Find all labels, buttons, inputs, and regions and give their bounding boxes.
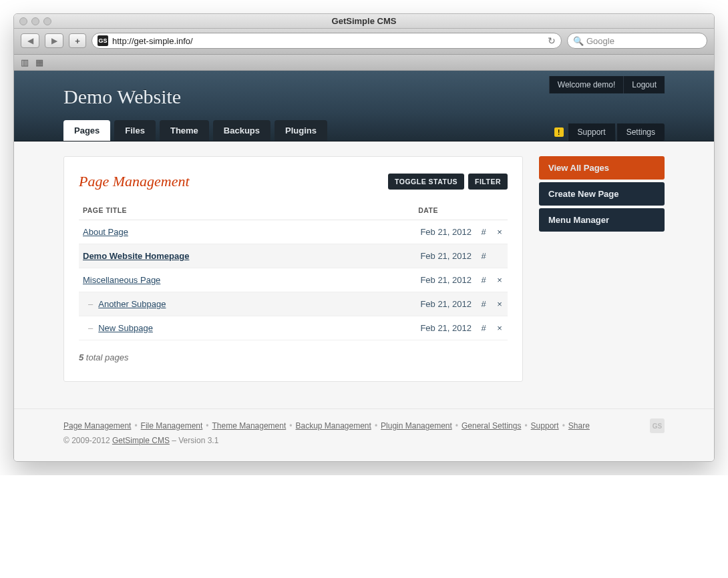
top-sites-icon[interactable]: ▦ [35,57,43,67]
footer-sep: • [134,421,137,430]
forward-button[interactable]: ▶ [45,33,63,48]
sidebar: View All Pages Create New Page Menu Mana… [539,156,665,234]
welcome-user[interactable]: Welcome demo! [549,76,623,93]
page-date: Feb 21, 2012 [337,244,476,268]
page-link[interactable]: New Subpage [98,323,153,333]
page-viewport: Welcome demo! Logout Demo Website Pages … [14,71,714,461]
search-placeholder: Google [586,36,614,46]
alert-icon[interactable]: ! [554,127,564,137]
support-link[interactable]: Support [568,123,615,141]
settings-link[interactable]: Settings [616,123,665,141]
panel-title: Page Management [79,173,190,190]
tab-files[interactable]: Files [114,120,156,141]
total-label: total pages [83,352,128,362]
tab-plugins[interactable]: Plugins [275,120,327,141]
footer-link[interactable]: Support [531,421,559,430]
reading-list-icon[interactable]: ▥ [21,57,29,67]
browser-search[interactable]: 🔍 Google [567,33,707,49]
footer-sep: • [375,421,377,430]
hash-icon[interactable]: # [476,244,492,268]
footer-product-link[interactable]: GetSimple CMS [112,436,170,445]
main-tabs: Pages Files Theme Backups Plugins ! Supp… [63,120,665,141]
indent-dash-icon: – [88,299,93,309]
delete-icon[interactable]: × [492,268,508,292]
footer-sep: • [289,421,292,430]
tab-backups[interactable]: Backups [213,120,270,141]
hash-icon[interactable]: # [476,268,492,292]
sidebar-menu-manager[interactable]: Menu Manager [539,208,665,232]
page-link[interactable]: Demo Website Homepage [83,251,189,261]
hash-icon[interactable]: # [476,220,492,244]
table-row: Miscellaneous PageFeb 21, 2012#× [79,268,508,292]
table-row: –New SubpageFeb 21, 2012#× [79,316,508,340]
delete-icon[interactable]: × [492,292,508,316]
page-date: Feb 21, 2012 [337,292,476,316]
indent-dash-icon: – [88,323,93,333]
browser-window: GetSimple CMS ◀ ▶ + GS http://get-simple… [13,13,715,462]
table-row: Demo Website HomepageFeb 21, 2012# [79,244,508,268]
footer-sep: • [562,421,565,430]
add-bookmark-button[interactable]: + [69,33,86,48]
browser-toolbar: ◀ ▶ + GS http://get-simple.info/ ↻ 🔍 Goo… [14,29,714,55]
page-link[interactable]: About Page [83,227,128,237]
delete-icon[interactable]: × [492,220,508,244]
window-titlebar: GetSimple CMS [14,14,714,29]
header-right-pills: ! Support Settings [554,123,665,141]
page-management-panel: Page Management TOGGLE STATUS FILTER PAG… [63,156,523,382]
gs-badge-icon: GS [650,418,665,433]
table-row: –Another SubpageFeb 21, 2012#× [79,292,508,316]
footer-sep: • [456,421,458,430]
filter-button[interactable]: FILTER [468,174,508,190]
window-title: GetSimple CMS [14,16,714,26]
sidebar-create-new-page[interactable]: Create New Page [539,182,665,206]
address-bar[interactable]: GS http://get-simple.info/ ↻ [92,33,562,49]
footer-link[interactable]: Theme Management [212,421,287,430]
reload-icon[interactable]: ↻ [548,35,556,46]
page-date: Feb 21, 2012 [337,316,476,340]
user-topbar: Welcome demo! Logout [549,76,665,93]
delete-icon[interactable]: × [492,316,508,340]
footer-link[interactable]: File Management [141,421,203,430]
search-icon: 🔍 [573,36,584,46]
col-date: DATE [337,200,476,220]
col-page-title: PAGE TITLE [79,200,337,220]
footer-link[interactable]: Plugin Management [381,421,452,430]
hash-icon[interactable]: # [476,292,492,316]
url-text: http://get-simple.info/ [112,36,193,46]
delete-icon [492,244,508,268]
footer-link[interactable]: General Settings [462,421,521,430]
page-link[interactable]: Miscellaneous Page [83,275,160,285]
total-pages: 5 total pages [79,340,508,362]
page-link[interactable]: Another Subpage [98,299,166,309]
footer-links: Page Management•File Management•Theme Ma… [63,421,665,430]
footer-sep: • [524,421,527,430]
footer-copyright: © 2009-2012 GetSimple CMS – Version 3.1 [63,436,665,445]
page-date: Feb 21, 2012 [337,268,476,292]
tab-pages[interactable]: Pages [63,120,110,141]
footer-link[interactable]: Page Management [63,421,131,430]
toggle-status-button[interactable]: TOGGLE STATUS [388,174,464,190]
footer-sep: • [206,421,208,430]
app-header: Welcome demo! Logout Demo Website Pages … [14,71,714,141]
page-date: Feb 21, 2012 [337,220,476,244]
pages-table: PAGE TITLE DATE About PageFeb 21, 2012#×… [79,200,508,340]
hash-icon[interactable]: # [476,316,492,340]
bookmarks-bar: ▥ ▦ [14,55,714,71]
copyright-post: – Version 3.1 [170,436,218,445]
favicon-icon: GS [98,35,108,46]
footer-link[interactable]: Backup Management [295,421,371,430]
table-row: About PageFeb 21, 2012#× [79,220,508,244]
sidebar-view-all-pages[interactable]: View All Pages [539,156,665,180]
back-button[interactable]: ◀ [21,33,39,48]
logout-link[interactable]: Logout [623,76,665,93]
footer: Page Management•File Management•Theme Ma… [14,408,714,461]
copyright-pre: © 2009-2012 [63,436,112,445]
tab-theme[interactable]: Theme [160,120,209,141]
footer-link[interactable]: Share [568,421,590,430]
